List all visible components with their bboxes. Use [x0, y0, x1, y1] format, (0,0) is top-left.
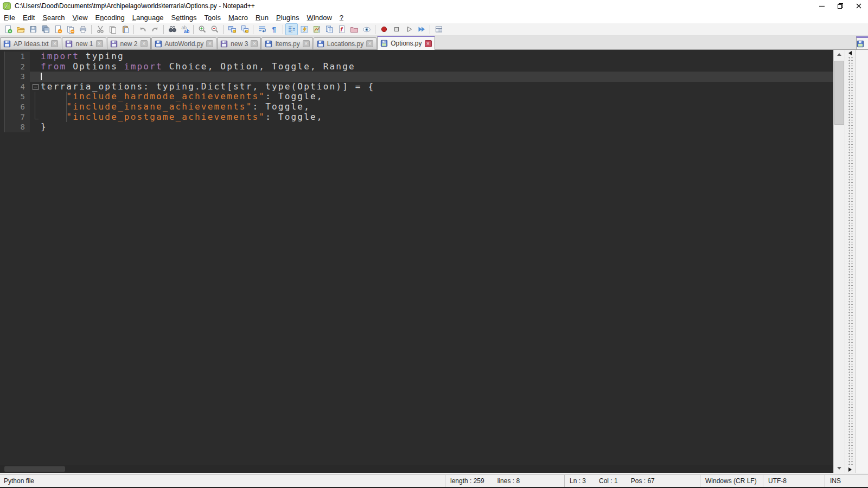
- line-number[interactable]: 5: [5, 92, 30, 102]
- tab-close-icon[interactable]: ×: [206, 40, 213, 47]
- tab-new-2[interactable]: new 2×: [107, 37, 151, 49]
- tab-close-icon[interactable]: ×: [425, 40, 432, 47]
- document-list-icon[interactable]: [323, 23, 335, 35]
- menu-window[interactable]: Window: [303, 12, 336, 23]
- fold-margin-collapse-box[interactable]: [30, 82, 41, 92]
- restore-button[interactable]: [831, 0, 850, 12]
- save-all-icon[interactable]: [39, 23, 52, 35]
- code-text[interactable]: [41, 72, 833, 82]
- tab-options-py[interactable]: Options.py×: [377, 36, 435, 50]
- line-number[interactable]: 6: [5, 102, 30, 112]
- menu-language[interactable]: Language: [129, 12, 168, 23]
- copy-icon[interactable]: [106, 23, 119, 35]
- window-title: C:\Users\Dood\Documents\tmp\Archipelago\…: [15, 2, 255, 10]
- fold-collapse-icon[interactable]: [33, 84, 39, 90]
- sync-horizontal-icon[interactable]: [238, 23, 251, 35]
- partial-tab-second-view[interactable]: [856, 36, 868, 49]
- open-folder-icon[interactable]: [14, 23, 27, 35]
- splitter-collapse-right-icon[interactable]: [848, 467, 852, 472]
- menu-view[interactable]: View: [69, 12, 92, 23]
- scroll-up-arrow-icon[interactable]: [834, 50, 845, 59]
- tab-new-3[interactable]: new 3×: [217, 37, 261, 49]
- tab-close-icon[interactable]: ×: [251, 40, 258, 47]
- menu-search[interactable]: Search: [39, 12, 68, 23]
- code-text[interactable]: }: [41, 122, 833, 132]
- tab-close-icon[interactable]: ×: [366, 40, 373, 47]
- show-all-characters-icon[interactable]: ¶: [268, 23, 280, 35]
- close-button[interactable]: [850, 0, 868, 12]
- vertical-scrollbar-thumb[interactable]: [834, 61, 844, 125]
- status-insert-mode[interactable]: INS: [825, 475, 868, 487]
- splitter-collapse-left-icon[interactable]: [848, 51, 852, 55]
- code-text[interactable]: import typing: [41, 52, 833, 62]
- menu-edit[interactable]: Edit: [19, 12, 39, 23]
- menu-encoding[interactable]: Encoding: [92, 12, 129, 23]
- tab-new-1[interactable]: new 1×: [62, 37, 106, 49]
- tab-close-icon[interactable]: ×: [303, 40, 310, 47]
- line-number[interactable]: 4: [5, 82, 30, 92]
- code-text[interactable]: "include_postgame_achievements": Toggle,: [41, 112, 833, 123]
- code-text[interactable]: "include_insane_achievements": Toggle,: [41, 102, 833, 112]
- toolbar-separator: [283, 25, 283, 34]
- line-number[interactable]: 3: [5, 72, 30, 82]
- code-editor[interactable]: 1import typing2from Options import Choic…: [0, 50, 833, 473]
- tab-close-icon[interactable]: ×: [96, 40, 103, 47]
- line-number[interactable]: 7: [5, 112, 30, 123]
- document-map-icon[interactable]: [310, 23, 323, 35]
- tab-close-icon[interactable]: ×: [141, 40, 148, 47]
- define-language-icon[interactable]: [298, 23, 310, 35]
- find-icon[interactable]: [166, 23, 178, 35]
- new-file-icon[interactable]: [2, 23, 14, 35]
- menu-settings[interactable]: Settings: [168, 12, 201, 23]
- menu-macro[interactable]: Macro: [225, 12, 252, 23]
- zoom-out-icon[interactable]: [208, 23, 221, 35]
- save-icon[interactable]: [27, 23, 39, 35]
- menu-run[interactable]: Run: [252, 12, 272, 23]
- horizontal-scrollbar[interactable]: [0, 465, 833, 473]
- word-wrap-icon[interactable]: [256, 23, 268, 35]
- macro-save-icon[interactable]: [432, 23, 445, 35]
- replace-icon[interactable]: abab: [178, 23, 191, 35]
- menu-tools[interactable]: Tools: [201, 12, 225, 23]
- menu-[interactable]: ?: [336, 12, 347, 23]
- tab-label: new 1: [75, 40, 93, 48]
- monitoring-icon[interactable]: [360, 23, 373, 35]
- sync-vertical-icon[interactable]: [226, 23, 238, 35]
- tab-ap-ideas-txt[interactable]: AP Ideas.txt×: [0, 37, 61, 49]
- macro-play-icon[interactable]: [403, 23, 415, 35]
- macro-run-multiple-icon[interactable]: [415, 23, 427, 35]
- scroll-down-arrow-icon[interactable]: [834, 464, 845, 473]
- code-text[interactable]: "include_hardmode_achievements": Toggle,: [41, 92, 833, 102]
- minimize-button[interactable]: [813, 0, 831, 12]
- line-number[interactable]: 8: [5, 122, 30, 132]
- horizontal-scrollbar-thumb[interactable]: [4, 466, 65, 472]
- view-splitter[interactable]: [845, 50, 856, 473]
- file-floppy-icon: [3, 40, 11, 48]
- tab-items-py[interactable]: Items.py×: [261, 37, 312, 49]
- status-eol-format[interactable]: Windows (CR LF): [700, 475, 763, 487]
- undo-icon[interactable]: [136, 23, 149, 35]
- code-text[interactable]: from Options import Choice, Option, Togg…: [41, 62, 833, 72]
- close-file-icon[interactable]: [52, 23, 64, 35]
- status-encoding[interactable]: UTF-8: [763, 475, 825, 487]
- close-all-icon[interactable]: [64, 23, 76, 35]
- code-text[interactable]: terraria_options: typing.Dict[str, type(…: [41, 82, 833, 92]
- menu-plugins[interactable]: Plugins: [272, 12, 303, 23]
- function-list-icon[interactable]: f: [335, 23, 348, 35]
- tab-locations-py[interactable]: Locations.py×: [314, 37, 376, 49]
- tab-close-icon[interactable]: ×: [51, 40, 58, 47]
- cut-icon[interactable]: [94, 23, 106, 35]
- menu-file[interactable]: File: [0, 12, 19, 23]
- print-icon[interactable]: [76, 23, 89, 35]
- macro-record-icon[interactable]: [378, 23, 390, 35]
- line-number[interactable]: 1: [5, 52, 30, 62]
- folder-as-workspace-icon[interactable]: [348, 23, 360, 35]
- macro-stop-icon[interactable]: [390, 23, 403, 35]
- show-indent-guide-icon[interactable]: [285, 23, 298, 35]
- tab-autoworld-py[interactable]: AutoWorld.py×: [151, 37, 217, 49]
- vertical-scrollbar[interactable]: [833, 50, 845, 473]
- zoom-in-icon[interactable]: [196, 23, 208, 35]
- redo-icon[interactable]: [149, 23, 161, 35]
- line-number[interactable]: 2: [5, 62, 30, 72]
- paste-icon[interactable]: [119, 23, 131, 35]
